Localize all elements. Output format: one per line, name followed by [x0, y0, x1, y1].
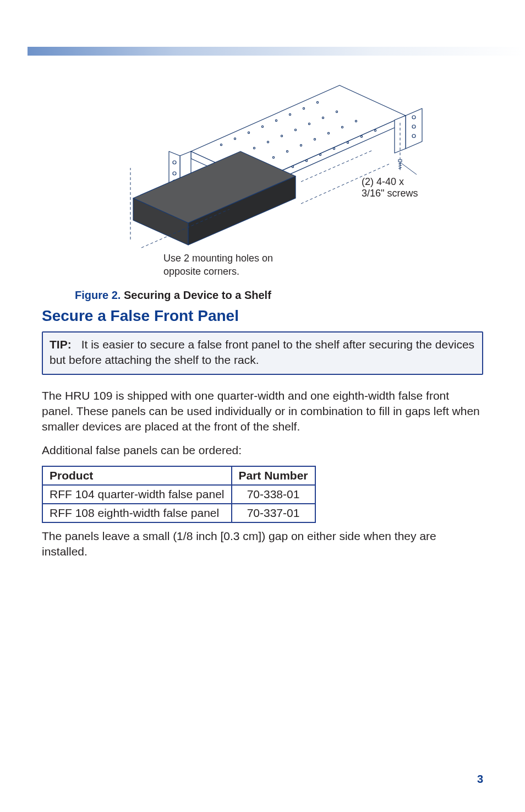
figure-callout-holes-line1: Use 2 mounting holes on: [163, 253, 273, 264]
svg-point-35: [333, 148, 335, 149]
svg-line-55: [402, 164, 417, 175]
figure-2-illustration: (2) 4-40 x 3/16" screws Use 2 mounting h…: [97, 74, 428, 275]
shelf-diagram-svg: [97, 74, 428, 261]
svg-point-38: [374, 129, 376, 131]
svg-point-26: [300, 144, 302, 146]
header-part-number: Part Number: [232, 466, 315, 485]
tip-text: It is easier to secure a false front pan…: [50, 338, 474, 366]
svg-point-22: [336, 111, 337, 112]
figure-title: Securing a Device to a Shelf: [124, 289, 271, 301]
header-gradient-bar: [28, 47, 525, 56]
table-row: RFF 104 quarter-width false panel 70-338…: [42, 485, 315, 504]
svg-point-16: [253, 147, 255, 149]
section-heading: Secure a False Front Panel: [42, 307, 483, 325]
svg-point-24: [272, 156, 274, 158]
svg-point-37: [360, 135, 362, 137]
cell-part-number: 70-337-01: [232, 504, 315, 522]
svg-point-14: [316, 101, 318, 103]
svg-point-29: [341, 126, 343, 128]
figure-callout-holes: Use 2 mounting holes on opposite corners…: [163, 252, 273, 278]
figure-number: Figure 2.: [75, 289, 121, 301]
figure-caption: Figure 2. Securing a Device to a Shelf: [75, 289, 483, 302]
header-product: Product: [42, 466, 232, 485]
svg-point-8: [234, 138, 236, 139]
svg-point-36: [347, 141, 348, 143]
tip-label: TIP:: [50, 338, 72, 351]
svg-point-17: [267, 141, 269, 143]
figure-callout-holes-line2: opposite corners.: [163, 266, 239, 277]
paragraph-2: Additional false panels can be ordered:: [42, 443, 483, 458]
svg-point-18: [281, 135, 282, 137]
svg-point-9: [248, 132, 249, 133]
cell-product: RFF 108 eighth-width false panel: [42, 504, 232, 522]
table-row: RFF 108 eighth-width false panel 70-337-…: [42, 504, 315, 522]
cell-part-number: 70-338-01: [232, 485, 315, 504]
svg-point-32: [292, 166, 293, 167]
svg-point-30: [355, 120, 357, 122]
figure-callout-screws: (2) 4-40 x 3/16" screws: [362, 176, 428, 199]
svg-point-7: [220, 144, 222, 145]
svg-rect-53: [398, 160, 402, 162]
svg-point-21: [322, 117, 324, 118]
parts-table: Product Part Number RFF 104 quarter-widt…: [42, 466, 316, 523]
svg-point-10: [261, 126, 263, 127]
tip-box: TIP:It is easier to secure a false front…: [42, 331, 483, 375]
cell-product: RFF 104 quarter-width false panel: [42, 485, 232, 504]
table-header-row: Product Part Number: [42, 466, 315, 485]
svg-point-19: [294, 129, 296, 130]
svg-point-34: [319, 154, 321, 155]
svg-point-20: [308, 123, 310, 124]
paragraph-3: The panels leave a small (1/8 inch [0.3 …: [42, 528, 483, 560]
svg-point-13: [303, 107, 304, 109]
svg-point-11: [275, 119, 277, 121]
svg-point-33: [305, 160, 307, 161]
svg-point-12: [289, 113, 291, 115]
page-number: 3: [477, 773, 483, 786]
svg-point-25: [286, 150, 288, 152]
svg-point-28: [327, 132, 329, 134]
paragraph-1: The HRU 109 is shipped with one quarter-…: [42, 388, 483, 435]
svg-point-27: [314, 138, 315, 140]
page-container: (2) 4-40 x 3/16" screws Use 2 mounting h…: [0, 0, 525, 812]
